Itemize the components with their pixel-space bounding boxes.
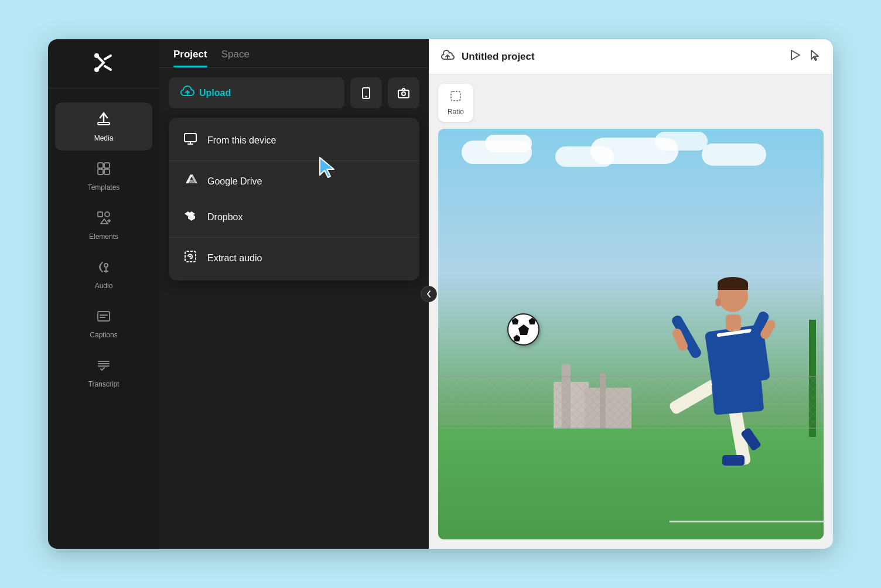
- upload-label: Upload: [199, 88, 231, 98]
- audio-icon: [96, 259, 111, 278]
- svg-rect-2: [98, 122, 110, 125]
- dropbox-label: Dropbox: [207, 212, 243, 223]
- logo-icon: [92, 51, 115, 78]
- svg-rect-10: [98, 312, 110, 321]
- media-label: Media: [94, 134, 114, 142]
- dropdown-divider-1: [169, 160, 419, 161]
- sidebar-nav: Media Templates: [48, 102, 159, 396]
- media-icon: [95, 111, 112, 131]
- sidebar-item-media[interactable]: Media: [55, 102, 152, 151]
- svg-rect-18: [398, 90, 409, 98]
- audio-label: Audio: [95, 282, 113, 290]
- svg-point-8: [105, 212, 110, 217]
- tab-project[interactable]: Project: [173, 49, 207, 67]
- monitor-icon: [183, 132, 198, 149]
- transcript-label: Transcript: [88, 380, 119, 388]
- sidebar-item-transcript[interactable]: Transcript: [55, 350, 152, 396]
- preview-image: [438, 129, 824, 539]
- templates-icon: [96, 161, 111, 180]
- svg-point-1: [94, 67, 99, 72]
- extract-audio-icon: [183, 249, 198, 266]
- sidebar-item-audio[interactable]: Audio: [55, 251, 152, 298]
- extract-audio-item[interactable]: Extract audio: [169, 240, 419, 276]
- sidebar-item-templates[interactable]: Templates: [55, 153, 152, 200]
- svg-rect-5: [98, 169, 103, 175]
- camera-upload-button[interactable]: [388, 77, 419, 108]
- captions-label: Captions: [90, 331, 117, 339]
- elements-label: Elements: [89, 233, 118, 241]
- svg-point-17: [366, 95, 367, 97]
- svg-point-22: [189, 256, 191, 258]
- preview-panel: Untitled project: [429, 39, 833, 549]
- preview-header: Untitled project: [429, 39, 833, 74]
- google-drive-label: Google Drive: [207, 176, 262, 187]
- upload-cloud-icon: [180, 84, 194, 101]
- soccer-scene: [438, 129, 824, 539]
- upload-button[interactable]: Upload: [169, 77, 344, 108]
- upload-dropdown: From this device Google Drive: [169, 118, 419, 281]
- google-drive-item[interactable]: Google Drive: [169, 163, 419, 199]
- svg-rect-7: [98, 212, 103, 217]
- from-device-item[interactable]: From this device: [169, 122, 419, 158]
- svg-rect-3: [98, 163, 103, 168]
- transcript-icon: [96, 358, 111, 377]
- svg-rect-6: [104, 169, 110, 175]
- ratio-label: Ratio: [448, 108, 464, 116]
- title-group: Untitled project: [440, 48, 535, 65]
- tab-divider: [159, 67, 429, 68]
- upload-row: Upload: [159, 77, 429, 108]
- svg-rect-23: [451, 91, 460, 101]
- templates-label: Templates: [88, 183, 120, 192]
- mobile-upload-button[interactable]: [350, 77, 382, 108]
- save-cloud-icon: [440, 48, 455, 65]
- svg-rect-20: [185, 134, 196, 142]
- ratio-button[interactable]: Ratio: [438, 84, 473, 122]
- panel-collapse-button[interactable]: [421, 286, 437, 302]
- preview-actions: [788, 49, 821, 64]
- elements-icon: [96, 210, 111, 229]
- sidebar: Media Templates: [48, 39, 159, 549]
- project-title: Untitled project: [462, 51, 535, 63]
- svg-rect-4: [104, 163, 110, 168]
- svg-point-0: [94, 53, 99, 58]
- media-panel: Project Space Upload: [159, 39, 429, 549]
- svg-point-19: [402, 92, 405, 95]
- dropbox-item[interactable]: Dropbox: [169, 199, 419, 235]
- field-line: [670, 521, 824, 522]
- play-button[interactable]: [788, 49, 801, 64]
- preview-content: Ratio: [429, 74, 833, 549]
- extract-audio-label: Extract audio: [207, 253, 262, 264]
- sidebar-item-elements[interactable]: Elements: [55, 202, 152, 249]
- google-drive-icon: [183, 173, 198, 190]
- tab-space[interactable]: Space: [221, 49, 250, 67]
- dropdown-divider-2: [169, 237, 419, 238]
- sidebar-item-captions[interactable]: Captions: [55, 300, 152, 347]
- pointer-button[interactable]: [808, 49, 821, 64]
- dropbox-icon: [183, 208, 198, 225]
- app-logo: [48, 51, 159, 88]
- from-device-label: From this device: [207, 135, 276, 146]
- ratio-icon: [449, 90, 462, 105]
- captions-icon: [96, 309, 111, 327]
- panel-tabs: Project Space: [159, 39, 429, 67]
